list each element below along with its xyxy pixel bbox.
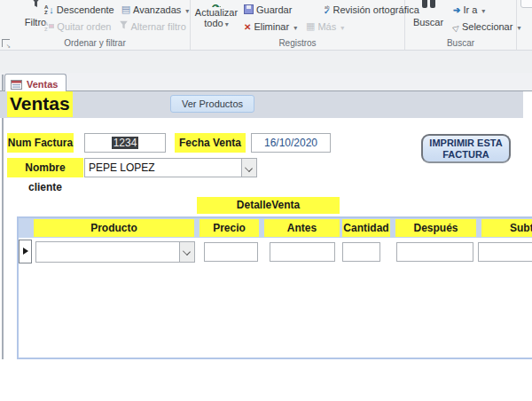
num-factura-value: 1234 [112, 137, 139, 149]
delete-x-icon [244, 21, 251, 32]
imprimir-factura-button[interactable]: IMPRIMIR ESTA FACTURA [421, 134, 511, 163]
group-label-sort-filter: Ordenar y filtrar [0, 38, 190, 48]
producto-combobox[interactable] [35, 241, 195, 263]
funnel-icon [30, 0, 42, 8]
funnel-gray-icon [119, 20, 129, 32]
column-header-subtotal[interactable]: Subtotal [481, 219, 532, 237]
save-label: Guardar [256, 4, 292, 15]
form-header-band [0, 91, 523, 118]
sort-descending-icon [44, 4, 48, 15]
form-icon [11, 80, 22, 90]
delete-label: Eliminar [254, 21, 289, 32]
sort-descending-button[interactable]: Descendente [41, 4, 118, 16]
find-button[interactable]: Buscar [409, 0, 448, 28]
go-to-label: Ir a [463, 4, 477, 15]
chevron-down-icon[interactable] [179, 242, 194, 262]
detalle-venta-label: DetalleVenta [197, 197, 340, 214]
detalle-venta-subform: Producto Precio Antes Cantidad Después S… [17, 216, 532, 359]
save-icon [244, 4, 254, 14]
dropdown-caret-icon [339, 21, 344, 32]
more-button[interactable]: Más [302, 20, 348, 33]
dropdown-caret-icon [184, 4, 189, 15]
remove-sort-icon [44, 21, 48, 32]
remove-sort-label: Quitar orden [57, 21, 111, 32]
more-label: Más [317, 21, 336, 32]
group-label-find: Buscar [405, 38, 516, 48]
spellcheck-icon [324, 5, 331, 14]
fecha-venta-field[interactable]: 16/10/2020 [251, 133, 331, 153]
ver-productos-button[interactable]: Ver Productos [170, 95, 254, 113]
down-arrow-icon [49, 4, 54, 15]
refresh-all-button[interactable]: Actualizar todo [194, 0, 239, 28]
toggle-filter-button[interactable]: Alternar filtro [115, 20, 190, 33]
document-tab-bar: Ventas [0, 73, 532, 91]
below-ribbon-band [0, 51, 532, 73]
find-button-label: Buscar [413, 17, 443, 28]
num-factura-field[interactable]: 1234 [84, 133, 166, 153]
despues-field[interactable] [396, 242, 473, 262]
delete-button[interactable]: Eliminar [240, 20, 302, 33]
nombre-cliente-combobox[interactable]: PEPE LOPEZ [84, 158, 257, 177]
toggle-filter-label: Alternar filtro [131, 21, 186, 32]
nombre-cliente-value: PEPE LOPEZ [85, 161, 241, 174]
column-header-producto[interactable]: Producto [34, 219, 194, 237]
tab-ventas[interactable]: Ventas [4, 74, 66, 92]
nombre-cliente-label: Nombre cliente [7, 158, 83, 177]
imprimir-line1: IMPRIMIR ESTA [429, 138, 502, 148]
ribbon-group-find: Buscar Ir a Seleccionar Buscar [405, 0, 517, 50]
advanced-filter-label: Avanzadas [133, 4, 181, 15]
group-label-records: Registros [191, 38, 404, 48]
ribbon-group-records: Actualizar todo Guardar Revisión ortográ… [191, 0, 405, 50]
precio-field[interactable] [204, 242, 258, 262]
dropdown-caret-icon [292, 21, 297, 32]
chevron-down-icon[interactable] [241, 159, 256, 177]
select-label: Seleccionar [462, 21, 512, 32]
ribbon: Filtro Descendente Avanzadas [0, 0, 532, 51]
refresh-all-label-2: todo [204, 18, 228, 28]
go-to-button[interactable]: Ir a [450, 4, 489, 16]
column-header-antes[interactable]: Antes [264, 219, 340, 237]
advanced-filter-button[interactable]: Avanzadas [118, 3, 193, 16]
form-title: Ventas [7, 91, 73, 117]
advanced-filter-icon [121, 4, 130, 15]
refresh-icon [212, 0, 222, 7]
ribbon-group-sort-filter: Filtro Descendente Avanzadas [0, 0, 191, 50]
dropdown-caret-icon [480, 4, 485, 15]
column-header-cantidad[interactable]: Cantidad [342, 219, 390, 237]
antes-field[interactable] [270, 242, 335, 262]
refresh-all-label-1: Actualizar [195, 7, 238, 18]
table-icon [306, 20, 315, 32]
record-selector[interactable] [19, 240, 32, 263]
go-to-arrow-icon [453, 4, 460, 15]
datasheet-header-row: Producto Precio Antes Cantidad Después S… [19, 218, 532, 238]
binoculars-icon [422, 0, 435, 8]
tab-ventas-label: Ventas [27, 79, 58, 90]
dropdown-caret-icon [515, 21, 520, 32]
dropdown-caret-icon [223, 18, 229, 28]
imprimir-line2: FACTURA [442, 149, 489, 160]
remove-sort-button[interactable]: Quitar orden [41, 20, 115, 33]
column-header-precio[interactable]: Precio [200, 219, 259, 237]
save-button[interactable]: Guardar [240, 4, 320, 16]
select-button[interactable]: Seleccionar [450, 20, 524, 33]
partial-button-fragment [520, 0, 532, 8]
column-header-despues[interactable]: Después [395, 219, 476, 237]
num-factura-label: Num Factura [7, 133, 74, 153]
cursor-select-icon [453, 21, 459, 32]
sort-descending-label: Descendente [57, 4, 114, 15]
fecha-venta-label: Fecha Venta [175, 133, 246, 153]
cantidad-field[interactable] [342, 242, 380, 262]
eraser-icon [49, 24, 54, 28]
subtotal-field[interactable] [478, 242, 532, 262]
